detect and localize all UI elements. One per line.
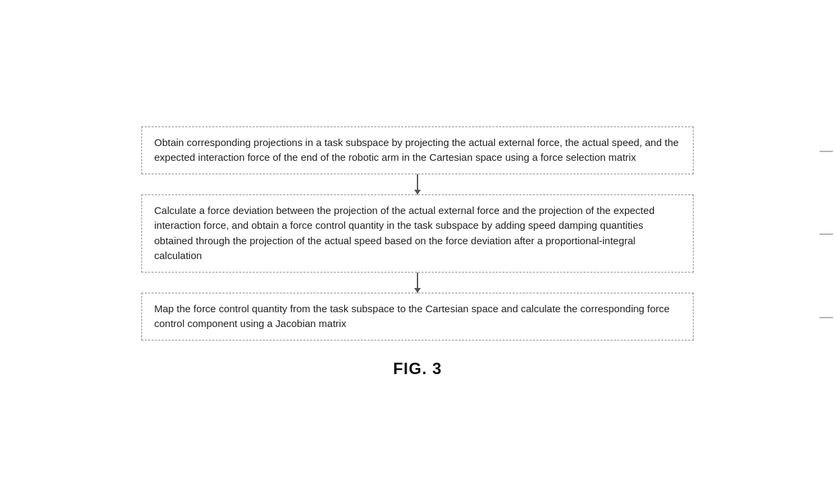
step-row-s320: Calculate a force deviation between the … bbox=[27, 194, 808, 273]
step-row-s330: Map the force control quantity from the … bbox=[27, 293, 808, 340]
step-text-s330: Map the force control quantity from the … bbox=[154, 303, 669, 330]
step-box-s320: Calculate a force deviation between the … bbox=[141, 194, 694, 273]
diagram-container: Obtain corresponding projections in a ta… bbox=[27, 127, 808, 378]
step-box-s310: Obtain corresponding projections in a ta… bbox=[141, 127, 694, 174]
connector-1 bbox=[141, 174, 694, 194]
step-row-s310: Obtain corresponding projections in a ta… bbox=[27, 127, 808, 174]
figure-label: FIG. 3 bbox=[393, 359, 442, 378]
step-box-s330: Map the force control quantity from the … bbox=[141, 293, 694, 340]
step-text-s320: Calculate a force deviation between the … bbox=[154, 205, 655, 262]
connector-line-1 bbox=[417, 174, 418, 194]
step-label-s330: S330 bbox=[820, 311, 835, 322]
connector-line-2 bbox=[417, 273, 418, 293]
step-label-s310: S310 bbox=[820, 145, 835, 156]
connector-2 bbox=[141, 273, 694, 293]
step-text-s310: Obtain corresponding projections in a ta… bbox=[154, 137, 679, 164]
step-label-s320: S320 bbox=[820, 227, 835, 239]
